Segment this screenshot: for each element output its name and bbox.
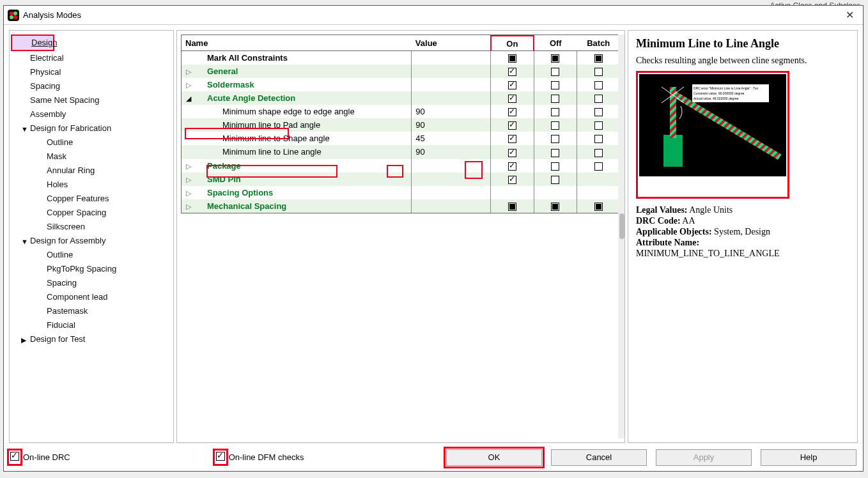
online-drc-checkbox[interactable] xyxy=(10,452,19,461)
ok-button[interactable]: OK xyxy=(446,449,542,466)
nav-item-design-for-assembly[interactable]: ▼Design for Assembly xyxy=(11,234,172,248)
checkbox-checked[interactable] xyxy=(508,135,516,143)
row-value[interactable] xyxy=(412,51,491,65)
col-off[interactable]: Off xyxy=(534,36,577,51)
checkbox-empty[interactable] xyxy=(551,162,559,171)
cancel-button[interactable]: Cancel xyxy=(551,449,647,466)
row-value[interactable]: 90 xyxy=(412,145,491,158)
table-row[interactable]: ▷General xyxy=(182,65,620,78)
row-value[interactable]: 45 xyxy=(412,132,491,145)
checkbox-checked[interactable] xyxy=(508,149,516,157)
checkbox-empty[interactable] xyxy=(551,108,559,116)
nav-item-design[interactable]: Design xyxy=(11,35,54,51)
nav-item-pastemask[interactable]: Pastemask xyxy=(11,304,172,318)
row-toggle-icon[interactable]: ▷ xyxy=(185,203,192,211)
checkbox-empty[interactable] xyxy=(551,121,559,130)
table-row[interactable]: Minimum line to Shape angle45 xyxy=(182,132,620,145)
nav-item-mask[interactable]: Mask xyxy=(11,150,172,164)
checkbox-checked[interactable] xyxy=(508,176,516,184)
checkbox-empty[interactable] xyxy=(594,162,603,171)
toggle-icon[interactable]: ▼ xyxy=(21,123,28,135)
col-on[interactable]: On xyxy=(491,36,534,51)
table-row[interactable]: Mark All Constraints xyxy=(182,51,620,65)
nav-item-annular-ring[interactable]: Annular Ring xyxy=(11,164,172,178)
table-row[interactable]: Minimum line to Line angle90 xyxy=(182,145,620,158)
checkbox-empty[interactable] xyxy=(594,121,603,130)
table-row[interactable]: Minimum line to Pad angle90 xyxy=(182,118,620,132)
table-row[interactable]: ▷Spacing Options xyxy=(182,186,620,199)
checkbox-checked[interactable] xyxy=(508,81,516,89)
nav-item-pkgtopkg-spacing[interactable]: PkgToPkg Spacing xyxy=(11,262,172,276)
checkbox-empty[interactable] xyxy=(551,95,559,103)
nav-item-outline[interactable]: Outline xyxy=(11,248,172,262)
checkbox-filled[interactable] xyxy=(508,54,516,63)
nav-item-same-net-spacing[interactable]: Same Net Spacing xyxy=(11,93,172,107)
checkbox-filled[interactable] xyxy=(508,203,516,211)
nav-item-component-lead[interactable]: Component lead xyxy=(11,290,172,304)
checkbox-empty[interactable] xyxy=(551,68,559,76)
checkbox-empty[interactable] xyxy=(551,149,559,157)
col-name[interactable]: Name xyxy=(182,36,412,51)
row-toggle-icon[interactable]: ◢ xyxy=(185,95,192,103)
checkbox-empty[interactable] xyxy=(594,108,603,116)
table-row[interactable]: ▷Package xyxy=(182,159,620,173)
checkbox-checked[interactable] xyxy=(508,95,516,103)
checkbox-checked[interactable] xyxy=(508,121,516,130)
nav-item-physical[interactable]: Physical xyxy=(11,65,172,79)
row-value[interactable] xyxy=(412,91,491,105)
row-value[interactable]: 90 xyxy=(412,105,491,118)
nav-item-spacing[interactable]: Spacing xyxy=(11,276,172,290)
row-value[interactable] xyxy=(412,65,491,78)
col-batch[interactable]: Batch xyxy=(577,36,621,51)
checkbox-filled[interactable] xyxy=(594,203,603,211)
row-toggle-icon[interactable]: ▷ xyxy=(185,189,192,197)
toggle-icon[interactable]: ▼ xyxy=(21,236,28,247)
main-scrollbar[interactable] xyxy=(618,35,624,438)
row-value[interactable] xyxy=(412,78,491,91)
checkbox-checked[interactable] xyxy=(508,68,516,76)
row-value[interactable] xyxy=(412,159,491,173)
checkbox-empty[interactable] xyxy=(551,176,559,184)
online-drc-field[interactable]: On-line DRC xyxy=(10,452,70,463)
table-row[interactable]: Minimum shape edge to edge angle90 xyxy=(182,105,620,118)
nav-item-silkscreen[interactable]: Silkscreen xyxy=(11,220,172,234)
checkbox-empty[interactable] xyxy=(594,68,603,76)
checkbox-checked[interactable] xyxy=(508,108,516,116)
checkbox-filled[interactable] xyxy=(551,54,559,63)
row-value[interactable] xyxy=(412,186,491,199)
checkbox-empty[interactable] xyxy=(594,95,603,103)
table-row[interactable]: ▷SMD Pin xyxy=(182,173,620,186)
checkbox-filled[interactable] xyxy=(551,203,559,211)
table-row[interactable]: ▷Soldermask xyxy=(182,78,620,91)
checkbox-empty[interactable] xyxy=(594,81,603,89)
row-toggle-icon[interactable]: ▷ xyxy=(185,68,192,76)
checkbox-empty[interactable] xyxy=(551,81,559,89)
nav-tree[interactable]: DesignElectricalPhysicalSpacingSame Net … xyxy=(9,30,174,443)
nav-item-design-for-test[interactable]: ▶Design for Test xyxy=(11,332,172,346)
nav-item-outline[interactable]: Outline xyxy=(11,135,172,150)
nav-item-fiducial[interactable]: Fiducial xyxy=(11,318,172,332)
table-row[interactable]: ▷Mechanical Spacing xyxy=(182,199,620,213)
nav-item-holes[interactable]: Holes xyxy=(11,178,172,192)
row-value[interactable]: 90 xyxy=(412,118,491,132)
nav-item-assembly[interactable]: Assembly xyxy=(11,107,172,121)
checkbox-checked[interactable] xyxy=(508,162,516,171)
row-value[interactable] xyxy=(412,199,491,213)
row-toggle-icon[interactable]: ▷ xyxy=(185,81,192,89)
nav-item-design-for-fabrication[interactable]: ▼Design for Fabrication xyxy=(11,121,172,135)
checkbox-empty[interactable] xyxy=(551,135,559,143)
nav-item-electrical[interactable]: Electrical xyxy=(11,51,172,65)
col-value[interactable]: Value xyxy=(412,36,491,51)
toggle-icon[interactable]: ▶ xyxy=(21,334,26,346)
nav-item-spacing[interactable]: Spacing xyxy=(11,79,172,93)
nav-item-copper-features[interactable]: Copper Features xyxy=(11,192,172,206)
apply-button[interactable]: Apply xyxy=(656,449,752,466)
checkbox-filled[interactable] xyxy=(594,54,603,63)
nav-item-copper-spacing[interactable]: Copper Spacing xyxy=(11,206,172,220)
checkbox-empty[interactable] xyxy=(594,149,603,157)
row-value[interactable] xyxy=(412,173,491,186)
help-button[interactable]: Help xyxy=(761,449,856,466)
online-dfm-field[interactable]: On-line DFM checks xyxy=(216,452,304,463)
checkbox-empty[interactable] xyxy=(594,135,603,143)
table-row[interactable]: ◢Acute Angle Detection xyxy=(182,91,620,105)
